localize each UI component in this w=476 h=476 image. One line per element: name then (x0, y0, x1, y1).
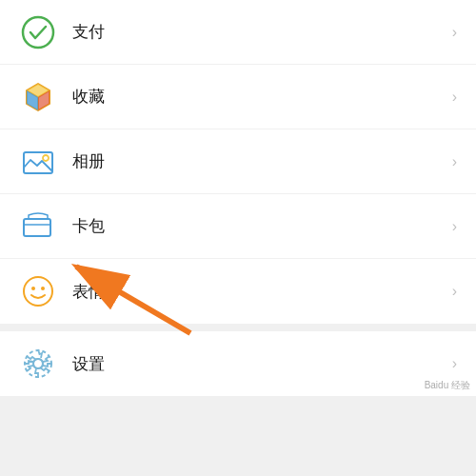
menu-item-album[interactable]: 相册 › (0, 129, 476, 194)
svg-point-11 (41, 287, 45, 290)
svg-point-7 (43, 155, 49, 161)
payment-icon (19, 13, 57, 51)
svg-point-9 (24, 277, 52, 306)
svg-point-10 (31, 287, 35, 290)
menu-item-payment[interactable]: 支付 › (0, 0, 476, 65)
favorites-label: 收藏 (72, 86, 452, 108)
emoji-icon (19, 272, 57, 310)
cardpack-label: 卡包 (72, 215, 452, 237)
svg-point-0 (23, 17, 53, 48)
menu-container: 支付 › 收藏 › (0, 0, 476, 396)
emoji-chevron: › (452, 283, 457, 300)
payment-chevron: › (452, 24, 457, 41)
menu-item-cardpack[interactable]: 卡包 › (0, 194, 476, 259)
favorites-icon (19, 78, 57, 116)
album-label: 相册 (72, 150, 452, 172)
menu-item-favorites[interactable]: 收藏 › (0, 65, 476, 129)
svg-rect-8 (24, 219, 50, 236)
settings-icon (19, 345, 57, 383)
emoji-label: 表情 (72, 281, 452, 303)
album-icon (19, 143, 57, 181)
settings-label: 设置 (72, 353, 452, 375)
payment-label: 支付 (72, 21, 452, 43)
cardpack-icon (19, 208, 57, 246)
cardpack-chevron: › (452, 218, 457, 235)
album-chevron: › (452, 153, 457, 170)
watermark: Baidu 经验 (425, 379, 470, 392)
menu-group-2: 设置 › (0, 331, 476, 396)
favorites-chevron: › (452, 89, 457, 106)
menu-item-emoji[interactable]: 表情 › (0, 259, 476, 324)
menu-item-settings[interactable]: 设置 › (0, 331, 476, 396)
settings-chevron: › (452, 355, 457, 372)
menu-group-1: 支付 › 收藏 › (0, 0, 476, 324)
svg-point-14 (33, 359, 43, 368)
